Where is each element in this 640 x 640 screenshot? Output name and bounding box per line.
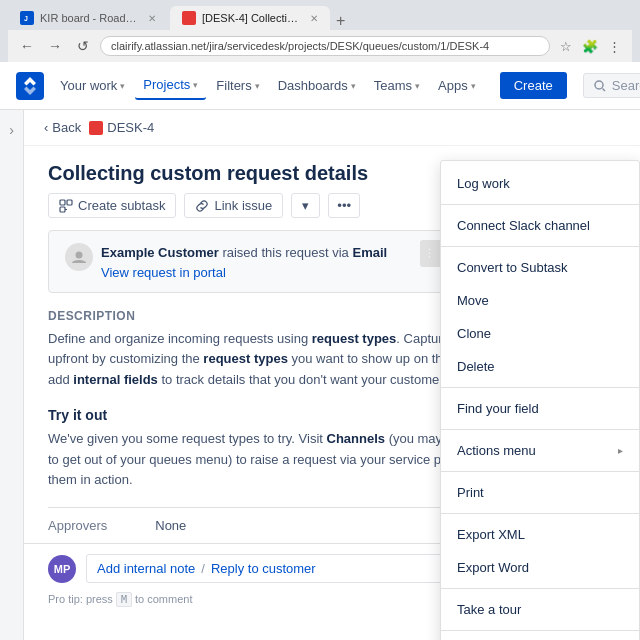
sidebar-toggle[interactable]: › bbox=[9, 122, 14, 138]
back-label: Back bbox=[52, 120, 81, 135]
nav-filters[interactable]: Filters ▾ bbox=[208, 72, 267, 99]
menu-item-move[interactable]: Move bbox=[441, 284, 639, 317]
context-menu-items: Log work Connect Slack channel Convert t… bbox=[441, 161, 639, 640]
browser-tabs: J KIR board - Roadmap - Jira ✕ [DESK-4] … bbox=[8, 6, 632, 30]
customer-text-block: Example Customer raised this request via… bbox=[101, 243, 387, 280]
create-button[interactable]: Create bbox=[500, 72, 567, 99]
issue-type-icon bbox=[89, 121, 103, 135]
menu-sep-3 bbox=[441, 387, 639, 388]
filters-chevron: ▾ bbox=[255, 81, 260, 91]
extension-icon[interactable]: 🧩 bbox=[580, 36, 600, 56]
nav-apps[interactable]: Apps ▾ bbox=[430, 72, 484, 99]
view-portal-link[interactable]: View request in portal bbox=[101, 265, 387, 280]
menu-item-clone[interactable]: Clone bbox=[441, 317, 639, 350]
search-icon bbox=[594, 80, 606, 92]
customer-raised-text: Example Customer raised this request via… bbox=[101, 245, 387, 260]
link-issue-button[interactable]: Link issue bbox=[184, 193, 283, 218]
reload-button[interactable]: ↺ bbox=[72, 35, 94, 57]
approvers-value: None bbox=[155, 518, 186, 533]
customer-info: Example Customer raised this request via… bbox=[65, 243, 387, 280]
menu-sep-1 bbox=[441, 204, 639, 205]
search-box[interactable]: Search bbox=[583, 73, 640, 98]
bookmark-icon[interactable]: ☆ bbox=[556, 36, 576, 56]
side-handle-icon: ··· bbox=[424, 248, 435, 259]
side-panel-handle[interactable]: ··· bbox=[420, 240, 440, 267]
sidebar: › bbox=[0, 110, 24, 640]
create-subtask-button[interactable]: Create subtask bbox=[48, 193, 176, 218]
link-icon bbox=[195, 199, 209, 213]
app-header: Your work ▾ Projects ▾ Filters ▾ Dashboa… bbox=[0, 62, 640, 110]
tab-favicon-1: J bbox=[20, 11, 34, 25]
menu-item-actions-menu[interactable]: Actions menu ▸ bbox=[441, 434, 639, 467]
more-actions-button[interactable]: ••• bbox=[328, 193, 360, 218]
tab-2[interactable]: [DESK-4] Collecting custom m... ✕ bbox=[170, 6, 330, 30]
create-subtask-label: Create subtask bbox=[78, 198, 165, 213]
address-bar[interactable]: clairify.atlassian.net/jira/servicedesk/… bbox=[100, 36, 550, 56]
shortcut-key: M bbox=[116, 592, 132, 607]
svg-point-9 bbox=[76, 252, 83, 259]
commenter-avatar: MP bbox=[48, 555, 76, 583]
menu-sep-2 bbox=[441, 246, 639, 247]
menu-item-export-xml[interactable]: Export XML bbox=[441, 518, 639, 551]
new-tab-button[interactable]: + bbox=[332, 12, 349, 30]
actions-menu-arrow: ▸ bbox=[618, 445, 623, 456]
main-wrapper: › ‹ Back DESK-4 Collecting custom reques… bbox=[0, 110, 640, 640]
context-menu: Log work Connect Slack channel Convert t… bbox=[440, 160, 640, 640]
forward-nav-button[interactable]: → bbox=[44, 35, 66, 57]
tab-label-2: [DESK-4] Collecting custom m... bbox=[202, 12, 304, 24]
menu-item-export-word[interactable]: Export Word bbox=[441, 551, 639, 584]
search-placeholder: Search bbox=[612, 78, 640, 93]
tab-1[interactable]: J KIR board - Roadmap - Jira ✕ bbox=[8, 6, 168, 30]
dropdown-arrow[interactable]: ▾ bbox=[291, 193, 320, 218]
approvers-label: Approvers bbox=[48, 518, 107, 533]
menu-sep-8 bbox=[441, 630, 639, 631]
nav-your-work[interactable]: Your work ▾ bbox=[52, 72, 133, 99]
apps-chevron: ▾ bbox=[471, 81, 476, 91]
menu-item-print[interactable]: Print bbox=[441, 476, 639, 509]
nav-dashboards[interactable]: Dashboards ▾ bbox=[270, 72, 364, 99]
svg-rect-7 bbox=[60, 207, 65, 212]
svg-rect-2 bbox=[184, 13, 194, 23]
menu-item-find-out-more[interactable]: Find out more bbox=[441, 635, 639, 640]
menu-item-convert-subtask[interactable]: Convert to Subtask bbox=[441, 251, 639, 284]
svg-text:J: J bbox=[24, 15, 28, 22]
menu-sep-7 bbox=[441, 588, 639, 589]
reply-label[interactable]: Reply to customer bbox=[211, 561, 316, 576]
comment-divider: / bbox=[201, 561, 205, 576]
menu-sep-6 bbox=[441, 513, 639, 514]
customer-name: Example Customer bbox=[101, 245, 219, 260]
browser-chrome: J KIR board - Roadmap - Jira ✕ [DESK-4] … bbox=[0, 0, 640, 62]
customer-avatar bbox=[65, 243, 93, 271]
teams-chevron: ▾ bbox=[415, 81, 420, 91]
svg-point-3 bbox=[595, 81, 603, 89]
app-logo bbox=[16, 72, 44, 100]
add-note-label[interactable]: Add internal note bbox=[97, 561, 195, 576]
svg-rect-5 bbox=[60, 200, 65, 205]
menu-item-find-field[interactable]: Find your field bbox=[441, 392, 639, 425]
svg-rect-6 bbox=[67, 200, 72, 205]
address-text: clairify.atlassian.net/jira/servicedesk/… bbox=[111, 40, 489, 52]
link-issue-label: Link issue bbox=[214, 198, 272, 213]
back-nav-button[interactable]: ← bbox=[16, 35, 38, 57]
menu-sep-5 bbox=[441, 471, 639, 472]
menu-sep-4 bbox=[441, 429, 639, 430]
tab-close-2[interactable]: ✕ bbox=[310, 13, 318, 24]
subtask-icon bbox=[59, 199, 73, 213]
back-button[interactable]: ‹ Back bbox=[44, 120, 81, 135]
toolbar-icons: ☆ 🧩 ⋮ bbox=[556, 36, 624, 56]
menu-item-take-tour[interactable]: Take a tour bbox=[441, 593, 639, 626]
your-work-chevron: ▾ bbox=[120, 81, 125, 91]
customer-channel: Email bbox=[352, 245, 387, 260]
projects-chevron: ▾ bbox=[193, 80, 198, 90]
menu-item-connect-slack[interactable]: Connect Slack channel bbox=[441, 209, 639, 242]
menu-icon[interactable]: ⋮ bbox=[604, 36, 624, 56]
issue-id-badge: DESK-4 bbox=[89, 120, 154, 135]
nav-teams[interactable]: Teams ▾ bbox=[366, 72, 428, 99]
menu-item-log-work[interactable]: Log work bbox=[441, 167, 639, 200]
nav-projects[interactable]: Projects ▾ bbox=[135, 71, 206, 100]
menu-item-delete[interactable]: Delete bbox=[441, 350, 639, 383]
svg-line-4 bbox=[602, 88, 605, 91]
tab-label-1: KIR board - Roadmap - Jira bbox=[40, 12, 142, 24]
tab-close-1[interactable]: ✕ bbox=[148, 13, 156, 24]
tab-favicon-2 bbox=[182, 11, 196, 25]
